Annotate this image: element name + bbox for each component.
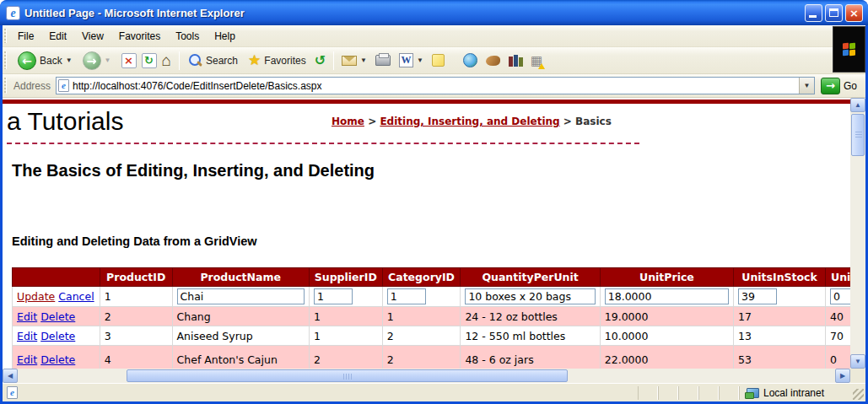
messenger-button[interactable]: ▦ (528, 52, 545, 69)
research-button[interactable] (506, 53, 525, 68)
mail-dropdown-icon[interactable]: ▼ (360, 57, 367, 64)
address-dropdown-button[interactable]: ▼ (799, 78, 814, 94)
search-button[interactable]: Search (185, 51, 240, 70)
windows-flag-icon (843, 43, 856, 57)
address-label: Address (13, 80, 51, 92)
address-url[interactable]: http://localhost:4076/Code/EditInsertDel… (73, 80, 799, 92)
cancel-link[interactable]: Cancel (58, 290, 94, 303)
categoryid-cell: 2 (382, 326, 461, 346)
menu-tools[interactable]: Tools (168, 28, 207, 45)
discuss-button[interactable] (429, 52, 447, 68)
edit-with-word-button[interactable]: W ▼ (396, 51, 426, 69)
vertical-scrollbar[interactable]: ▲ ▼ (850, 98, 865, 369)
column-header-supplierid: SupplierID (309, 268, 382, 287)
grid-row: Edit Delete 4 Chef Anton's Cajun 2 2 48 … (13, 346, 851, 369)
categoryid-input[interactable] (387, 288, 426, 304)
delete-link[interactable]: Delete (40, 330, 75, 342)
scroll-down-button[interactable]: ▼ (850, 354, 865, 369)
security-zone-label: Local intranet (763, 387, 824, 399)
horizontal-scrollbar[interactable]: ◀ ▶ (3, 369, 850, 383)
edit-link[interactable]: Edit (17, 310, 37, 323)
unitsonorder-input[interactable] (830, 288, 850, 304)
status-pane (698, 386, 719, 400)
scroll-up-button[interactable]: ▲ (850, 98, 865, 112)
menu-edit[interactable]: Edit (41, 28, 74, 45)
status-pane (678, 386, 698, 400)
breadcrumb-home-link[interactable]: Home (332, 116, 364, 127)
refresh-button[interactable]: ↻ (139, 51, 159, 70)
column-header-commands (13, 268, 100, 287)
unitsinstock-cell (734, 287, 826, 307)
breadcrumb-section-link[interactable]: Editing, Inserting, and Deleting (380, 116, 559, 127)
productid-cell: 3 (100, 326, 172, 346)
address-combo[interactable]: e http://localhost:4076/Code/EditInsertD… (56, 77, 815, 94)
maximize-button[interactable] (825, 4, 843, 22)
scroll-right-button[interactable]: ▶ (835, 369, 850, 383)
delete-link[interactable]: Delete (40, 353, 75, 366)
back-dropdown-icon[interactable]: ▼ (66, 57, 73, 64)
page-icon: e (58, 79, 69, 92)
breadcrumb: Home > Editing, Inserting, and Deleting … (332, 116, 612, 127)
back-button[interactable]: ← Back ▼ (15, 50, 75, 72)
mail-button[interactable]: ▼ (339, 54, 369, 67)
windows-logo-throbber (833, 26, 865, 73)
productname-cell: Chef Anton's Cajun (172, 346, 309, 369)
history-icon: ↺ (315, 53, 326, 68)
edit-link[interactable]: Edit (17, 353, 37, 366)
local-intranet-icon (747, 388, 759, 398)
supplierid-cell (309, 287, 382, 307)
go-button[interactable]: → (821, 78, 840, 94)
menu-file[interactable]: File (10, 28, 41, 45)
update-link[interactable]: Update (17, 290, 55, 303)
home-icon: ⌂ (162, 53, 171, 68)
toolbar-grip[interactable] (4, 29, 7, 44)
home-button[interactable]: ⌂ (159, 51, 174, 70)
browse-web-button[interactable] (461, 51, 480, 69)
unitsinstock-input[interactable] (738, 288, 777, 304)
stop-button[interactable]: × (119, 51, 139, 70)
close-button[interactable]: × (845, 4, 863, 22)
toolbar-grip[interactable] (4, 78, 7, 94)
addon-button[interactable] (483, 54, 503, 67)
supplierid-cell: 2 (309, 346, 382, 369)
breadcrumb-separator: > (368, 116, 376, 127)
forward-button[interactable]: → ▼ (80, 50, 114, 72)
supplierid-cell: 1 (309, 326, 382, 346)
resize-grip[interactable] (853, 389, 864, 400)
quantityperunit-input[interactable] (465, 288, 595, 304)
minimize-button[interactable] (805, 4, 822, 22)
toolbar-grip[interactable] (4, 51, 7, 70)
grid-header-row: ProductID ProductName SupplierID Categor… (13, 268, 851, 287)
favorites-label: Favorites (264, 55, 305, 67)
column-header-quantityperunit: QuantityPerUnit (461, 268, 600, 287)
delete-link[interactable]: Delete (40, 310, 75, 323)
unitprice-input[interactable] (605, 288, 729, 304)
browser-window: e Untitled Page - Microsoft Internet Exp… (0, 0, 868, 404)
refresh-icon: ↻ (142, 53, 157, 68)
word-icon: W (399, 53, 413, 67)
scroll-left-button[interactable]: ◀ (3, 369, 18, 383)
menu-favorites[interactable]: Favorites (111, 28, 168, 45)
favorites-button[interactable]: ★ Favorites (245, 51, 309, 70)
header-rule (3, 100, 850, 104)
word-dropdown-icon[interactable]: ▼ (417, 57, 423, 64)
search-icon (187, 53, 202, 68)
edit-link[interactable]: Edit (17, 330, 37, 342)
productname-input[interactable] (177, 288, 305, 304)
column-header-categoryid: CategoryID (382, 268, 461, 287)
column-header-productid: ProductID (100, 268, 172, 287)
quantityperunit-cell: 48 - 6 oz jars (461, 346, 600, 369)
page-title: The Basics of Editing, Inserting, and De… (12, 161, 375, 180)
horizontal-scroll-thumb[interactable] (127, 369, 568, 382)
unitsonorder-cell: 0 (825, 346, 850, 369)
print-button[interactable] (373, 53, 393, 67)
menu-help[interactable]: Help (207, 28, 243, 45)
grid-row: Edit Delete 3 Aniseed Syrup 1 2 12 - 550… (13, 326, 851, 346)
grid-edit-row: Update Cancel 1 (13, 287, 851, 307)
notes-icon (432, 54, 445, 67)
history-button[interactable]: ↺ (312, 51, 328, 70)
status-page-icon: e (7, 386, 18, 399)
vertical-scroll-thumb[interactable] (851, 114, 865, 156)
supplierid-input[interactable] (314, 288, 353, 304)
menu-view[interactable]: View (74, 28, 111, 45)
